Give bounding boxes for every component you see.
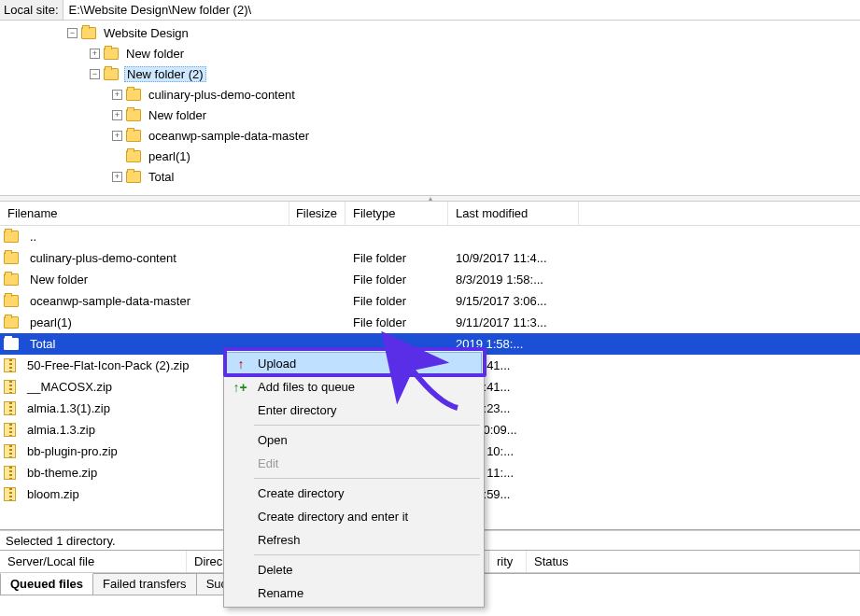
tree-node[interactable]: +New folder <box>0 43 860 63</box>
menu-item-label: Open <box>258 433 288 447</box>
tree-expander-icon <box>112 151 122 161</box>
file-type: File folder <box>345 294 448 308</box>
tree-node[interactable]: +oceanwp-sample-data-master <box>0 125 860 146</box>
file-name: oceanwp-sample-data-master <box>22 294 289 308</box>
file-name: .. <box>22 230 289 244</box>
menu-item-label: Upload <box>258 357 296 371</box>
menu-separator <box>254 554 480 555</box>
zip-icon <box>4 423 16 437</box>
folder-icon <box>4 231 19 243</box>
folder-icon <box>4 295 19 307</box>
menu-item-upload[interactable]: ↑Upload <box>226 352 482 375</box>
file-name: New folder <box>22 273 289 287</box>
menu-item-label: Create directory and enter it <box>258 510 408 524</box>
menu-separator <box>254 478 480 479</box>
tree-node-label: culinary-plus-demo-content <box>147 88 297 102</box>
file-name: culinary-plus-demo-content <box>22 251 289 265</box>
tree-node[interactable]: +culinary-plus-demo-content <box>0 84 860 105</box>
folder-icon <box>4 316 19 329</box>
file-row[interactable]: culinary-plus-demo-contentFile folder10/… <box>0 247 860 269</box>
file-modified: 9/15/2017 3:06... <box>448 294 579 308</box>
tree-node[interactable]: −Website Design <box>0 22 860 43</box>
queue-icon-icon: ↑+ <box>232 380 248 395</box>
menu-item-refresh[interactable]: Refresh <box>226 528 482 552</box>
menu-item-create-directory[interactable]: Create directory <box>226 482 482 505</box>
menu-item-label: Rename <box>258 586 303 600</box>
file-type: File folder <box>345 273 448 287</box>
queue-col-file[interactable]: Server/Local file <box>0 551 187 572</box>
folder-icon <box>126 171 141 183</box>
zip-icon <box>4 487 16 501</box>
folder-icon <box>126 130 141 142</box>
tree-node-label: Total <box>147 170 176 184</box>
folder-icon <box>126 150 141 162</box>
menu-item-delete[interactable]: Delete <box>226 558 482 581</box>
tree-node-label: Website Design <box>102 26 190 40</box>
tree-node[interactable]: pearl(1) <box>0 146 860 166</box>
upload-icon-icon: ↑ <box>233 357 249 371</box>
folder-icon <box>4 273 19 286</box>
folder-icon <box>81 27 96 39</box>
menu-item-edit: Edit <box>226 452 482 475</box>
local-site-label: Local site: <box>0 0 63 20</box>
tree-expander-icon[interactable]: + <box>112 110 122 120</box>
folder-tree[interactable]: −Website Design+New folder−New folder (2… <box>0 21 860 196</box>
file-row[interactable]: New folderFile folder8/3/2019 1:58:... <box>0 269 860 290</box>
column-filesize[interactable]: Filesize <box>289 202 345 225</box>
zip-icon <box>4 401 16 415</box>
folder-icon <box>4 252 19 264</box>
menu-item-label: Delete <box>258 563 293 577</box>
tree-expander-icon[interactable]: − <box>90 69 100 79</box>
menu-item-enter-directory[interactable]: Enter directory <box>226 399 482 422</box>
column-filetype[interactable]: Filetype <box>345 202 448 225</box>
local-site-path-input[interactable] <box>63 0 860 20</box>
tree-node[interactable]: +Total <box>0 166 860 187</box>
tree-expander-icon[interactable]: + <box>112 172 122 182</box>
folder-icon <box>4 338 19 350</box>
tree-expander-icon[interactable]: + <box>90 49 100 59</box>
tree-expander-icon[interactable]: − <box>67 28 78 38</box>
file-name: pearl(1) <box>22 315 289 329</box>
tree-node[interactable]: −New folder (2) <box>0 63 860 84</box>
file-row[interactable]: pearl(1)File folder9/11/2017 11:3... <box>0 312 860 333</box>
file-row[interactable]: oceanwp-sample-data-masterFile folder9/1… <box>0 290 860 312</box>
column-filename[interactable]: Filename <box>0 202 289 225</box>
file-modified: 10/9/2017 11:4... <box>448 251 579 265</box>
menu-item-label: Create directory <box>258 486 344 500</box>
local-site-path-bar: Local site: <box>0 0 860 21</box>
menu-item-label: Enter directory <box>258 403 337 417</box>
menu-separator <box>254 425 480 426</box>
folder-icon <box>126 89 141 101</box>
menu-item-open[interactable]: Open <box>226 428 482 452</box>
tree-node[interactable]: +New folder <box>0 105 860 125</box>
menu-item-create-directory-and-enter-it[interactable]: Create directory and enter it <box>226 505 482 528</box>
tree-node-label: pearl(1) <box>147 149 192 163</box>
queue-col-status[interactable]: Status <box>527 551 860 572</box>
tree-node-label: New folder (2) <box>124 66 206 82</box>
menu-item-add-files-to-queue[interactable]: ↑+Add files to queue <box>226 375 482 399</box>
tree-node-label: New folder <box>124 47 186 61</box>
zip-icon <box>4 444 16 458</box>
folder-icon <box>104 68 119 80</box>
file-row[interactable]: .. <box>0 226 860 247</box>
file-list-header: Filename Filesize Filetype Last modified <box>0 202 860 226</box>
tree-expander-icon[interactable]: + <box>112 131 122 141</box>
folder-icon <box>126 109 141 121</box>
folder-icon <box>104 48 119 60</box>
tab-failed-transfers[interactable]: Failed transfers <box>92 574 197 595</box>
zip-icon <box>4 466 16 480</box>
tree-node-label: New folder <box>147 108 208 122</box>
file-modified: 8/3/2019 1:58:... <box>448 273 579 287</box>
column-last-modified[interactable]: Last modified <box>448 202 579 225</box>
tree-expander-icon[interactable]: + <box>112 90 122 100</box>
file-type: File folder <box>345 315 448 329</box>
menu-item-rename[interactable]: Rename <box>226 581 482 605</box>
tree-node-label: oceanwp-sample-data-master <box>147 129 311 143</box>
zip-icon <box>4 380 16 394</box>
file-modified: 9/11/2017 11:3... <box>448 315 579 329</box>
menu-item-label: Add files to queue <box>258 380 355 394</box>
tab-queued-files[interactable]: Queued files <box>0 573 93 595</box>
queue-col-priority[interactable]: rity <box>489 551 527 572</box>
context-menu: ↑Upload↑+Add files to queueEnter directo… <box>223 349 485 608</box>
zip-icon <box>4 358 16 372</box>
